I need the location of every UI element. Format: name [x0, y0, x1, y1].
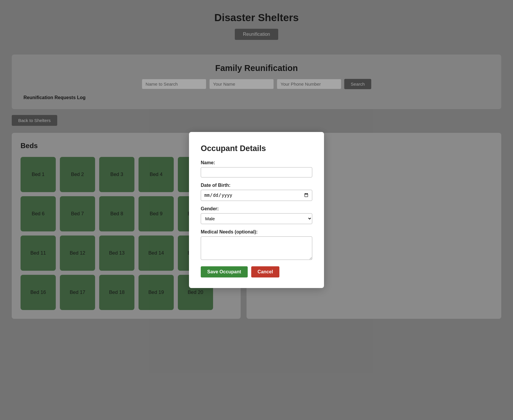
- name-label: Name:: [201, 160, 312, 165]
- occupant-name-input[interactable]: [201, 167, 312, 177]
- dob-label: Date of Birth:: [201, 183, 312, 188]
- gender-select[interactable]: MaleFemaleOther: [201, 213, 312, 224]
- medical-textarea[interactable]: [201, 236, 312, 260]
- medical-form-group: Medical Needs (optional):: [201, 229, 312, 261]
- name-form-group: Name:: [201, 160, 312, 177]
- cancel-button[interactable]: Cancel: [251, 266, 279, 277]
- save-occupant-button[interactable]: Save Occupant: [201, 266, 248, 277]
- modal-buttons: Save Occupant Cancel: [201, 266, 312, 277]
- dob-form-group: Date of Birth:: [201, 183, 312, 201]
- occupant-details-modal: Occupant Details Name: Date of Birth: Ge…: [189, 132, 324, 288]
- modal-overlay: Occupant Details Name: Date of Birth: Ge…: [0, 0, 513, 420]
- modal-title: Occupant Details: [201, 144, 312, 153]
- gender-label: Gender:: [201, 206, 312, 211]
- dob-input[interactable]: [201, 190, 312, 201]
- gender-form-group: Gender: MaleFemaleOther: [201, 206, 312, 224]
- medical-label: Medical Needs (optional):: [201, 229, 312, 235]
